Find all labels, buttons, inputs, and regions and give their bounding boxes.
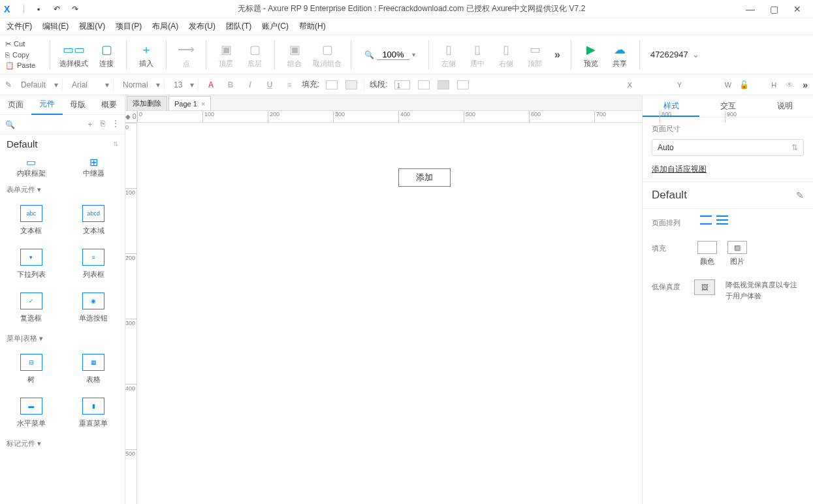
- fill-swatch[interactable]: [326, 80, 338, 89]
- maximize-button[interactable]: ▢: [762, 4, 786, 14]
- send-back-button[interactable]: ▢底层: [240, 37, 269, 72]
- font-dropdown[interactable]: Arial▾: [68, 79, 114, 91]
- section-menu[interactable]: 菜单|表格 ▾: [0, 330, 125, 347]
- widget-icon: ⊟: [20, 354, 42, 371]
- menu-publish[interactable]: 发布(U): [189, 21, 215, 32]
- widget-item[interactable]: abc文本框: [0, 198, 63, 242]
- text-color-icon[interactable]: A: [204, 80, 218, 89]
- paste-button[interactable]: 📋Paste: [4, 61, 44, 71]
- align-left-button[interactable]: ▯左侧: [434, 37, 463, 72]
- widget-item[interactable]: ≡列表框: [63, 242, 125, 286]
- list-button[interactable]: ≡: [282, 80, 296, 89]
- select-mode-button[interactable]: ▭▭选择模式: [56, 37, 92, 72]
- minimize-button[interactable]: —: [739, 4, 762, 14]
- widget-icon: ▮: [82, 398, 104, 415]
- tab-outline[interactable]: 概要: [93, 95, 125, 114]
- size-dropdown[interactable]: 13▾: [170, 79, 199, 91]
- page-tab[interactable]: Page 1×: [168, 96, 211, 110]
- fill-color-option[interactable]: 颜色: [697, 241, 717, 266]
- visibility-icon[interactable]: 👁: [786, 80, 793, 89]
- align-top-button[interactable]: ▭顶部: [520, 37, 549, 72]
- preview-button[interactable]: ▶预览: [577, 37, 605, 72]
- line-style[interactable]: [438, 80, 449, 89]
- ruler-origin[interactable]: ◆ 0: [125, 111, 137, 123]
- page-size-select[interactable]: Auto⇅: [652, 139, 804, 156]
- add-viewport-link[interactable]: 添加自适应视图: [652, 165, 707, 174]
- library-menu-button[interactable]: ⋮: [112, 119, 120, 130]
- arrow-swatch[interactable]: [457, 80, 469, 89]
- tab-masters[interactable]: 母版: [63, 95, 94, 114]
- bold-button[interactable]: B: [223, 80, 238, 89]
- library-selector[interactable]: Default⇅: [0, 134, 125, 153]
- page-tab[interactable]: 添加删除: [127, 96, 167, 110]
- connect-button[interactable]: ▢连接: [92, 37, 121, 72]
- chevron-down-icon[interactable]: ▾: [412, 51, 415, 58]
- menu-view[interactable]: 视图(V): [79, 21, 105, 32]
- lofi-icon[interactable]: 🖼: [694, 279, 715, 295]
- add-library-button[interactable]: ＋: [86, 119, 94, 130]
- undo-icon[interactable]: ↶: [50, 5, 63, 14]
- line-color[interactable]: [418, 80, 430, 89]
- close-button[interactable]: ✕: [786, 4, 809, 14]
- widget-item[interactable]: abcd文本域: [63, 198, 125, 242]
- window-title: 无标题 - Axure RP 9 Enterprise Edition : Fr…: [84, 3, 739, 14]
- widget-item[interactable]: ◉单选按钮: [63, 286, 125, 330]
- menu-layout[interactable]: 布局(A): [152, 21, 178, 32]
- widget-item[interactable]: ▾下拉列表: [0, 242, 63, 286]
- menu-account[interactable]: 账户(C): [262, 21, 289, 32]
- canvas-widget-button[interactable]: 添加: [398, 168, 451, 187]
- lock-icon[interactable]: 🔓: [739, 80, 749, 89]
- align-option-1[interactable]: [700, 215, 712, 225]
- widget-item[interactable]: ⊟树: [0, 347, 63, 391]
- tab-notes[interactable]: 说明: [756, 95, 813, 117]
- save-icon[interactable]: ▪: [32, 5, 45, 14]
- library-options-button[interactable]: ⎘: [101, 119, 105, 130]
- widget-item[interactable]: ▦表格: [63, 347, 125, 391]
- search-icon[interactable]: 🔍: [5, 120, 15, 129]
- menu-team[interactable]: 团队(T): [226, 21, 251, 32]
- menu-edit[interactable]: 编辑(E): [42, 21, 69, 32]
- cut-button[interactable]: ✂Cut: [4, 39, 44, 49]
- ribbon-more-button[interactable]: »: [554, 49, 560, 61]
- account-display[interactable]: 47262947 ⌄: [650, 50, 699, 59]
- style-default-header[interactable]: Default✎: [643, 182, 813, 209]
- widget-repeater[interactable]: ⊞中继器: [63, 156, 125, 178]
- copy-button[interactable]: ⎘Copy: [4, 50, 44, 59]
- ungroup-button[interactable]: ▢取消组合: [309, 37, 345, 72]
- widget-item[interactable]: ✓复选框: [0, 286, 63, 330]
- left-panel-tabs: 页面 元件 母版 概要: [0, 95, 125, 115]
- close-tab-icon[interactable]: ×: [201, 100, 205, 108]
- connect-icon: ▢: [101, 40, 112, 59]
- style-dropdown[interactable]: Default▾: [17, 79, 63, 91]
- tab-pages[interactable]: 页面: [0, 95, 31, 114]
- widget-inline-frame[interactable]: ▭内联框架: [0, 156, 63, 178]
- zoom-input[interactable]: [377, 50, 409, 60]
- widget-item[interactable]: ▮垂直菜单: [63, 391, 125, 435]
- line-weight[interactable]: 1: [394, 80, 410, 89]
- point-button[interactable]: ⟶点: [172, 37, 200, 72]
- section-form[interactable]: 表单元件 ▾: [0, 181, 125, 198]
- zoom-control[interactable]: 🔍 ▾: [364, 50, 415, 60]
- bring-front-button[interactable]: ▣顶层: [212, 37, 240, 72]
- format-more-button[interactable]: »: [803, 80, 808, 90]
- edit-icon[interactable]: ✎: [796, 190, 804, 200]
- section-mark[interactable]: 标记元件 ▾: [0, 435, 125, 452]
- insert-button[interactable]: ＋插入: [132, 37, 161, 72]
- menu-help[interactable]: 帮助(H): [299, 21, 326, 32]
- align-right-button[interactable]: ▯右侧: [492, 37, 520, 72]
- group-button[interactable]: ▣组合: [280, 37, 309, 72]
- underline-button[interactable]: U: [263, 80, 277, 89]
- weight-dropdown[interactable]: Normal▾: [119, 79, 165, 91]
- align-center-button[interactable]: ▯居中: [463, 37, 492, 72]
- menu-project[interactable]: 项目(P): [116, 21, 142, 32]
- redo-icon[interactable]: ↷: [69, 5, 82, 14]
- align-option-2[interactable]: [716, 215, 728, 225]
- canvas-stage[interactable]: 添加: [137, 123, 642, 504]
- widget-item[interactable]: ▬水平菜单: [0, 391, 63, 435]
- share-button[interactable]: ☁共享: [605, 37, 634, 72]
- fill-image-option[interactable]: ▨图片: [727, 241, 747, 266]
- menu-file[interactable]: 文件(F): [7, 21, 32, 32]
- italic-button[interactable]: I: [243, 80, 257, 89]
- fill-swatch-2[interactable]: [345, 80, 357, 89]
- tab-widgets[interactable]: 元件: [31, 95, 63, 115]
